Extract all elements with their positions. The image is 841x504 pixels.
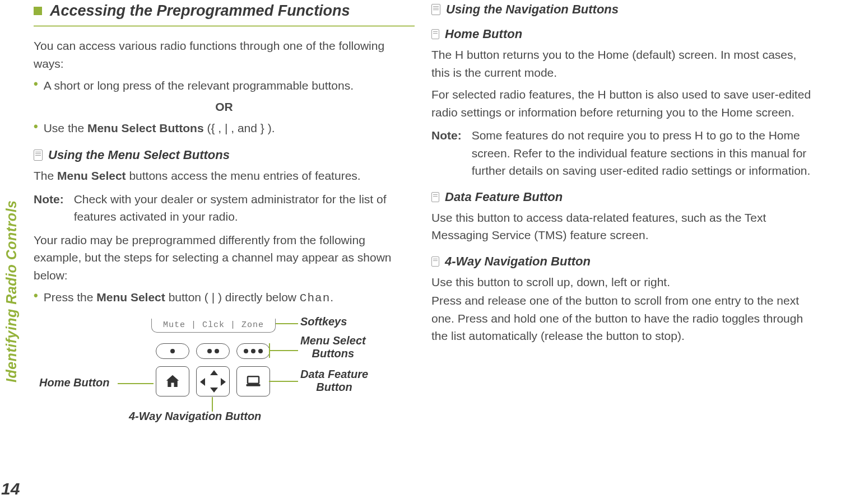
leader-line (269, 343, 270, 358)
leader-line (276, 323, 298, 324)
section-heading-row: Accessing the Preprogrammed Functions (34, 2, 415, 20)
paragraph: For selected radio features, the H butto… (431, 86, 812, 121)
note-block: Note: Some features do not require you t… (431, 127, 812, 180)
laptop-icon (245, 373, 262, 390)
diagram-label-nav: 4-Way Navigation Button (129, 410, 261, 423)
bullet-dot-icon: • (34, 77, 38, 95)
text-fragment: Buttons (300, 347, 366, 360)
control-button-row (156, 366, 270, 396)
subsubsection-heading: 4-Way Navigation Button (445, 254, 591, 269)
leader-line (269, 381, 298, 382)
menu-select-button-row (156, 343, 270, 359)
home-button-graphic (156, 366, 189, 396)
left-column: Accessing the Preprogrammed Functions Yo… (34, 0, 415, 432)
bullet-item: • Use the Menu Select Buttons ({ , | , a… (34, 119, 415, 137)
key-glyph: H (598, 88, 606, 101)
page-icon (431, 4, 440, 15)
paragraph: The Menu Select buttons access the menu … (34, 167, 415, 185)
bullet-item: • Press the Menu Select button ( | ) dir… (34, 288, 415, 307)
dot-icon (170, 349, 175, 353)
key-glyph: H (695, 129, 703, 142)
text-fragment: Some features do not require you to pres… (472, 129, 695, 142)
text-fragment: buttons access the menu entries of featu… (126, 169, 361, 182)
arrow-down-icon (210, 388, 218, 393)
diagram-label-datafeature: Data Feature Button (300, 368, 368, 394)
text-mono: Chan (300, 292, 330, 305)
document-page: Identifying Radio Controls 14 Accessing … (0, 0, 841, 504)
right-column: Using the Navigation Buttons Home Button… (431, 0, 812, 349)
text-fragment: button returns you to the Home (default)… (431, 48, 796, 79)
subsubsection-heading: Data Feature Button (445, 190, 563, 204)
menu-select-button-3 (236, 343, 270, 359)
subsection-heading-row: Using the Menu Select Buttons (34, 148, 415, 162)
text-fragment: ({ , | , and } ). (204, 122, 275, 134)
note-label: Note: (34, 190, 64, 226)
text-fragment: Data Feature (300, 368, 368, 381)
text-fragment: Menu Select (300, 334, 366, 347)
leader-line (118, 383, 154, 384)
leader-line (269, 350, 298, 351)
bullet-text: Use the Menu Select Buttons ({ , | , and… (44, 119, 275, 137)
subsection-heading: Using the Navigation Buttons (446, 2, 619, 17)
dot-icon (251, 349, 255, 353)
dot-icon (207, 349, 212, 353)
subsection-heading: Using the Menu Select Buttons (48, 148, 230, 162)
or-separator: OR (34, 100, 415, 114)
intro-paragraph: You can access various radio functions t… (34, 37, 415, 72)
subsubsection-heading: Home Button (445, 27, 522, 41)
text-bold: Menu Select (96, 291, 165, 304)
page-icon (431, 256, 439, 267)
bullet-dot-icon: • (34, 288, 38, 307)
subsubsection-heading-row: 4-Way Navigation Button (431, 254, 812, 269)
home-icon (164, 373, 181, 390)
arrow-left-icon (200, 378, 205, 386)
text-bold: Menu Select (57, 169, 126, 182)
dot-icon (244, 349, 248, 353)
paragraph: Your radio may be preprogrammed differen… (34, 231, 415, 284)
bullet-text: A short or long press of the relevant pr… (44, 77, 354, 95)
diagram-label-softkeys: Softkeys (300, 315, 347, 328)
paragraph: Use this button to access data-related f… (431, 209, 812, 244)
key-glyph: H (455, 48, 463, 61)
heading-rule (34, 25, 415, 27)
arrow-up-icon (210, 370, 218, 375)
paragraph: Press and release one of the button to s… (431, 292, 812, 345)
text-fragment: Press the (44, 291, 97, 304)
bullet-dot-icon: • (34, 119, 38, 137)
nav-button-graphic (196, 366, 230, 396)
dot-icon (258, 349, 263, 353)
text-fragment: For selected radio features, the (431, 88, 598, 101)
paragraph: Use this button to scroll up, down, left… (431, 273, 812, 291)
dot-icon (215, 349, 219, 353)
leader-line (212, 397, 213, 412)
note-label: Note: (431, 127, 462, 180)
bullet-text: Press the Menu Select button ( | ) direc… (44, 288, 333, 307)
arrow-right-icon (221, 378, 226, 386)
heading-square-icon (34, 7, 42, 15)
subsection-heading-row: Using the Navigation Buttons (431, 2, 812, 17)
page-icon (34, 150, 43, 161)
section-heading: Accessing the Preprogrammed Functions (50, 2, 350, 20)
note-block: Note: Check with your dealer or system a… (34, 190, 415, 226)
page-number: 14 (1, 479, 20, 498)
page-icon (431, 192, 439, 202)
text-fragment: Use the (44, 122, 87, 134)
menu-select-button-2 (196, 343, 230, 359)
page-icon (431, 29, 439, 39)
side-chapter-label: Identifying Radio Controls (3, 168, 19, 414)
svg-rect-1 (247, 384, 261, 386)
data-feature-button-graphic (236, 366, 270, 396)
softkey-bar: Mute | Clck | Zone (151, 319, 276, 333)
note-body: Some features do not require you to pres… (472, 127, 812, 180)
bullet-item: • A short or long press of the relevant … (34, 77, 415, 95)
subsubsection-heading-row: Data Feature Button (431, 190, 812, 204)
diagram-label-home: Home Button (39, 376, 110, 389)
text-fragment: button ( | ) directly below (165, 291, 300, 304)
note-body: Check with your dealer or system adminis… (74, 190, 415, 226)
text-fragment: The (431, 48, 455, 61)
button-diagram: Mute | Clck | Zone (34, 312, 392, 432)
svg-rect-0 (248, 376, 259, 384)
diagram-label-menuselect: Menu Select Buttons (300, 334, 366, 360)
subsubsection-heading-row: Home Button (431, 27, 812, 41)
text-fragment: The (34, 169, 57, 182)
